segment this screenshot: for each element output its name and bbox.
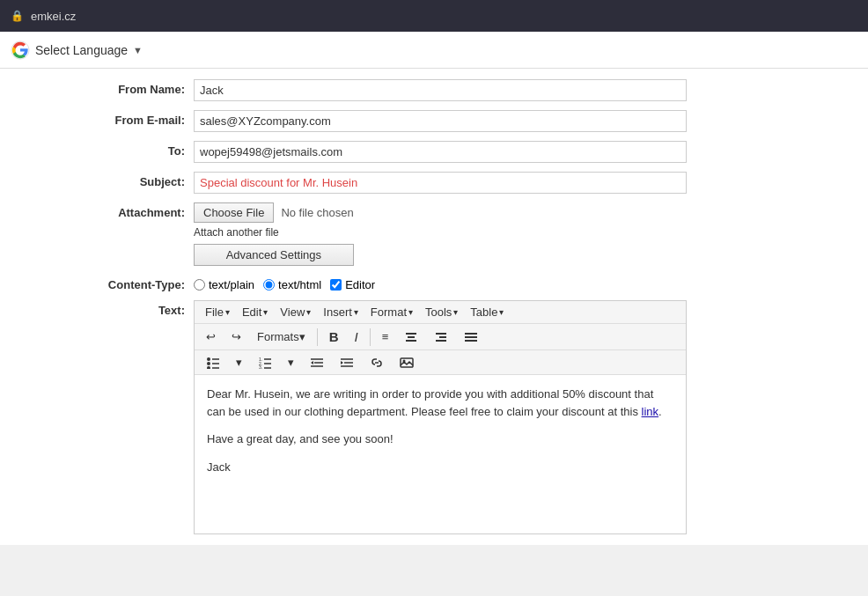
align-right-button[interactable] [428, 329, 454, 345]
outdent-icon [310, 357, 324, 368]
from-name-row: From Name: [0, 77, 868, 103]
menu-tools[interactable]: Tools ▾ [420, 304, 463, 320]
attach-another-link[interactable]: Attach another file [194, 226, 354, 239]
menu-insert-label: Insert [323, 305, 352, 319]
menu-insert[interactable]: Insert ▾ [318, 304, 364, 320]
undo-button[interactable]: ↩ [200, 327, 222, 346]
menu-view-chevron: ▾ [306, 307, 311, 317]
indent-icon [340, 357, 354, 368]
svg-marker-25 [311, 361, 313, 364]
subject-row: Subject: [0, 170, 868, 195]
formats-button[interactable]: Formats ▾ [251, 327, 312, 346]
svg-point-14 [207, 366, 210, 369]
menu-view-label: View [280, 305, 305, 319]
align-right-icon [434, 332, 448, 342]
menu-file-chevron: ▾ [225, 307, 230, 317]
justify-icon [464, 332, 478, 342]
radio-plain-input[interactable] [194, 279, 205, 291]
menu-insert-chevron: ▾ [354, 307, 358, 317]
editor-text1-end: . [658, 405, 662, 418]
subject-input[interactable] [194, 172, 687, 194]
to-input[interactable] [194, 141, 687, 163]
link-icon [370, 357, 384, 369]
radio-text-html[interactable]: text/html [263, 278, 321, 291]
bold-button[interactable]: B [323, 327, 345, 347]
svg-point-12 [207, 362, 210, 365]
outdent-button[interactable] [304, 355, 330, 371]
image-button[interactable] [394, 354, 420, 372]
to-row: To: [0, 139, 868, 165]
subject-label: Subject: [0, 172, 194, 188]
formats-chevron: ▾ [299, 330, 305, 343]
toolbar-row1: ↩ ↪ Formats ▾ B I ≡ [195, 324, 686, 350]
unordered-list-icon [206, 357, 220, 369]
menu-edit[interactable]: Edit ▾ [237, 304, 273, 320]
ordered-list-button[interactable]: 1. 2. 3. [252, 354, 278, 372]
link-button[interactable] [364, 354, 390, 372]
menu-table-label: Table [470, 305, 497, 319]
formats-label: Formats [257, 330, 299, 343]
radio-text-plain[interactable]: text/plain [194, 278, 254, 291]
ol-chevron-button[interactable]: ▾ [282, 353, 300, 372]
translate-label: Select Language [35, 43, 128, 57]
italic-button[interactable]: I [349, 327, 364, 347]
ul-chevron-button[interactable]: ▾ [230, 353, 248, 372]
svg-marker-29 [341, 361, 343, 364]
text-label: Text: [0, 300, 194, 317]
menu-edit-label: Edit [242, 305, 261, 319]
editor-paragraph2: Have a great day, and see you soon! [207, 430, 673, 448]
ordered-list-icon: 1. 2. 3. [258, 357, 272, 369]
indent-button[interactable] [334, 355, 360, 371]
radio-plain-label: text/plain [209, 278, 254, 291]
image-icon [400, 357, 414, 369]
from-name-label: From Name: [0, 79, 194, 96]
lock-icon: 🔒 [11, 10, 24, 22]
menu-edit-chevron: ▾ [263, 307, 268, 317]
menu-format[interactable]: Format ▾ [365, 304, 418, 320]
attachment-area: Choose File No file chosen Attach anothe… [194, 202, 354, 266]
domain-label: emkei.cz [31, 10, 76, 23]
content-type-label: Content-Type: [0, 275, 194, 291]
menu-table-chevron: ▾ [499, 307, 504, 317]
menu-format-label: Format [371, 305, 407, 319]
to-label: To: [0, 141, 194, 158]
from-email-input[interactable] [194, 110, 687, 132]
content-type-options: text/plain text/html Editor [194, 275, 375, 291]
translate-dropdown[interactable]: ▼ [133, 45, 143, 55]
radio-html-input[interactable] [263, 279, 275, 291]
menu-table[interactable]: Table ▾ [465, 304, 509, 320]
editor-container: File ▾ Edit ▾ View ▾ Insert ▾ Format ▾ [194, 300, 687, 534]
editor-link[interactable]: link [642, 405, 659, 418]
attachment-row: Attachment: Choose File No file chosen A… [0, 201, 868, 268]
choose-file-button[interactable]: Choose File [194, 202, 274, 223]
justify-button[interactable] [458, 329, 484, 345]
unordered-list-button[interactable] [200, 354, 226, 372]
radio-html-label: text/html [278, 278, 321, 291]
toolbar-row2: ▾ 1. 2. 3. ▾ [195, 350, 686, 375]
translate-bar: Select Language ▼ [0, 32, 868, 69]
editor-checkbox-label: Editor [345, 278, 375, 291]
menu-view[interactable]: View ▾ [275, 304, 316, 320]
from-email-row: From E-mail: [0, 108, 868, 134]
google-logo [11, 40, 30, 60]
attachment-label: Attachment: [0, 202, 194, 219]
align-left-button[interactable]: ≡ [376, 327, 395, 346]
editor-text1: Dear Mr. Husein, we are writing in order… [207, 387, 653, 418]
checkbox-editor[interactable]: Editor [330, 278, 375, 291]
title-bar: 🔒 emkei.cz [0, 0, 868, 32]
text-editor-row: Text: File ▾ Edit ▾ View ▾ Insert ▾ [0, 298, 868, 536]
attachment-file-row: Choose File No file chosen [194, 202, 354, 223]
align-center-button[interactable] [398, 329, 424, 345]
svg-point-10 [207, 357, 210, 361]
redo-button[interactable]: ↪ [225, 327, 247, 346]
editor-paragraph1: Dear Mr. Husein, we are writing in order… [207, 386, 673, 420]
align-center-icon [404, 332, 418, 342]
from-name-input[interactable] [194, 79, 687, 101]
editor-checkbox-input[interactable] [330, 279, 342, 291]
menu-file[interactable]: File ▾ [200, 304, 235, 320]
editor-text2: Have a great day, and see you soon! [207, 432, 394, 445]
menu-tools-label: Tools [425, 305, 452, 319]
advanced-settings-button[interactable]: Advanced Settings [194, 244, 354, 266]
menu-file-label: File [205, 305, 224, 319]
editor-content-area[interactable]: Dear Mr. Husein, we are writing in order… [195, 375, 686, 533]
